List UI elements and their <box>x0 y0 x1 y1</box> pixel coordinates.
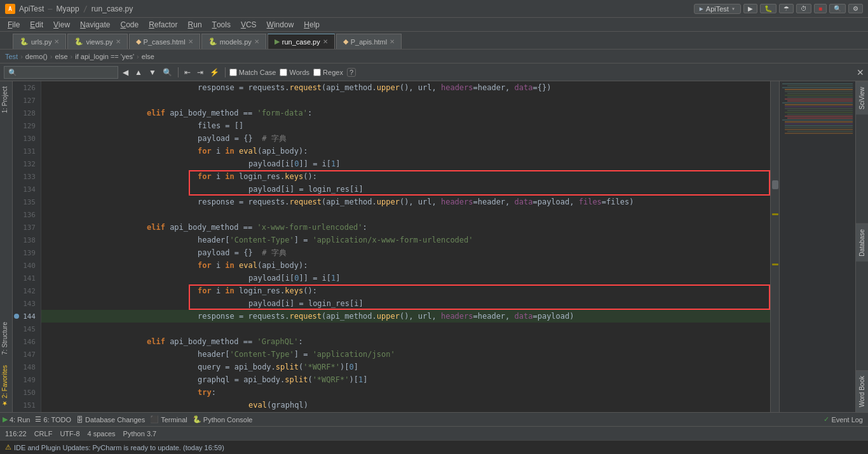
code-line-134[interactable]: payload[i] = login_res[i] <box>41 183 770 196</box>
search-everywhere-button[interactable]: 🔍 <box>829 4 846 13</box>
code-line-129[interactable]: files = [] <box>41 119 770 132</box>
search-input[interactable] <box>4 66 118 79</box>
code-line-152[interactable]: except: <box>41 411 770 412</box>
code-line-132[interactable]: payload[i[0]] = i[1] <box>41 157 770 170</box>
project-panel-button[interactable]: 1: Project <box>0 81 12 118</box>
regex-checkbox[interactable]: Regex <box>313 69 343 76</box>
code-line-148[interactable]: query = api_body.split('*WQRF*')[0] <box>41 361 770 373</box>
vertical-scrollbar[interactable] <box>770 81 779 412</box>
code-line-127[interactable] <box>41 94 770 107</box>
find-button[interactable]: 🔍 <box>161 68 174 77</box>
db-changes-button[interactable]: 🗄 Database Changes <box>76 416 145 424</box>
tab-p-apis-html[interactable]: ◆ P_apis.html ✕ <box>336 34 402 49</box>
favorites-panel-button[interactable]: ★ 2: Favorites <box>0 360 12 412</box>
tab-close-icon[interactable]: ✕ <box>116 38 121 45</box>
scroll-thumb[interactable] <box>772 180 778 189</box>
info-icon: ⚠ <box>5 443 11 451</box>
code-line-138[interactable]: header['Content-Type'] = 'application/x-… <box>41 234 770 246</box>
menu-vcs[interactable]: VCS <box>236 18 262 31</box>
tab-close-icon[interactable]: ✕ <box>54 38 59 45</box>
python-console-button[interactable]: 🐍 Python Console <box>193 415 253 424</box>
breadcrumb-item[interactable]: if api_login == 'yes' <box>75 53 134 60</box>
run-config-selector[interactable]: ▶ ApiTest ▾ <box>694 4 741 14</box>
event-log-button[interactable]: ✓ Event Log <box>824 415 863 424</box>
terminal-button[interactable]: ⬛ Terminal <box>150 415 187 424</box>
code-line-140[interactable]: for i in eval(api_body): <box>41 259 770 272</box>
menu-code[interactable]: Code <box>115 18 144 31</box>
tab-run-case-py[interactable]: ▶ run_case.py ✕ <box>268 34 335 49</box>
terminal-icon: ⬛ <box>150 415 159 424</box>
filter-button[interactable]: ⚡ <box>208 68 221 77</box>
status-python[interactable]: Python 3.7 <box>123 430 157 437</box>
menu-run[interactable]: Run <box>183 18 207 31</box>
code-line-136[interactable] <box>41 208 770 221</box>
run-tool-button[interactable]: ▶ 4: Run <box>3 415 30 424</box>
code-line-143[interactable]: payload[i] = login_res[i] <box>41 297 770 310</box>
breadcrumb-item[interactable]: demo() <box>25 53 48 60</box>
profile-button[interactable]: ⏱ <box>796 4 811 13</box>
search-close-button[interactable]: ✕ <box>857 67 864 77</box>
tab-close-icon[interactable]: ✕ <box>390 38 395 45</box>
menu-edit[interactable]: Edit <box>25 18 48 31</box>
code-line-141[interactable]: payload[i[0]] = i[1] <box>41 272 770 284</box>
line-num-145: 145 <box>13 323 41 335</box>
app-icon: A <box>5 4 15 14</box>
code-line-145[interactable] <box>41 323 770 335</box>
code-line-150[interactable]: try: <box>41 386 770 399</box>
code-line-130[interactable]: payload = {} # 字典 <box>41 132 770 145</box>
run-button[interactable]: ▶ <box>743 4 757 13</box>
status-encoding[interactable]: UTF-8 <box>60 430 79 437</box>
word-book-panel-button[interactable]: Word Book <box>856 370 868 412</box>
words-checkbox[interactable]: Words <box>280 69 309 76</box>
menu-navigate[interactable]: Navigate <box>75 18 115 31</box>
code-line-147[interactable]: header['Content-Type'] = 'application/js… <box>41 348 770 361</box>
tab-close-icon[interactable]: ✕ <box>188 38 193 45</box>
code-line-149[interactable]: graphql = api_body.split('*WQRF*')[1] <box>41 373 770 386</box>
menu-file[interactable]: File <box>3 18 25 31</box>
breadcrumb-item[interactable]: else <box>55 53 67 60</box>
status-line-sep[interactable]: CRLF <box>34 430 53 437</box>
code-line-135[interactable]: response = requests.request(api_method.u… <box>41 196 770 208</box>
sciview-panel-button[interactable]: SciView <box>856 81 868 114</box>
breadcrumb-item[interactable]: else <box>142 53 154 60</box>
tab-urls-py[interactable]: 🐍 urls.py ✕ <box>13 34 66 49</box>
menu-refactor[interactable]: Refactor <box>144 18 182 31</box>
scroll-marker-yellow-1 <box>772 213 778 215</box>
code-line-126[interactable]: response = requests.request(api_method.u… <box>41 81 770 94</box>
todo-tool-button[interactable]: ☰ 6: TODO <box>35 415 71 424</box>
code-line-142[interactable]: for i in login_res.keys(): <box>41 284 770 297</box>
tab-close-icon[interactable]: ✕ <box>254 38 259 45</box>
debug-button[interactable]: 🐛 <box>760 4 776 13</box>
status-indent[interactable]: 4 spaces <box>88 430 116 437</box>
code-line-146[interactable]: elif api_body_method == 'GraphQL': <box>41 335 770 348</box>
database-panel-button[interactable]: Database <box>856 224 868 262</box>
settings-button[interactable]: ⚙ <box>848 4 863 13</box>
down-match-button[interactable]: ▼ <box>147 68 158 77</box>
breadcrumb-item[interactable]: Test <box>5 53 18 60</box>
move-right-button[interactable]: ⇥ <box>195 68 205 77</box>
tab-p-cases-html[interactable]: ◆ P_cases.html ✕ <box>129 34 200 49</box>
tab-close-icon[interactable]: ✕ <box>323 38 328 45</box>
tab-views-py[interactable]: 🐍 views.py ✕ <box>67 34 127 49</box>
code-line-137[interactable]: elif api_body_method == 'x-www-form-urle… <box>41 221 770 234</box>
menu-view[interactable]: View <box>48 18 75 31</box>
code-line-151[interactable]: eval(graphql) <box>41 399 770 411</box>
next-match-button[interactable]: ▲ <box>133 68 144 77</box>
match-case-checkbox[interactable]: Match Case <box>229 69 276 76</box>
code-line-128[interactable]: elif api_body_method == 'form-data': <box>41 107 770 119</box>
help-icon[interactable]: ? <box>347 68 356 77</box>
coverage-button[interactable]: ☂ <box>779 4 794 13</box>
code-line-144[interactable]: response = requests.request(api_method.u… <box>41 310 770 323</box>
menu-window[interactable]: Window <box>262 18 299 31</box>
move-left-button[interactable]: ⇤ <box>182 68 193 77</box>
code-area[interactable]: response = requests.request(api_method.u… <box>41 81 770 412</box>
menu-tools[interactable]: Tools <box>207 18 236 31</box>
code-line-139[interactable]: payload = {} # 字典 <box>41 246 770 259</box>
structure-panel-button[interactable]: 7: Structure <box>0 317 12 360</box>
menu-help[interactable]: Help <box>299 18 325 31</box>
code-line-133[interactable]: for i in login_res.keys(): <box>41 170 770 183</box>
code-line-131[interactable]: for i in eval(api_body): <box>41 145 770 157</box>
prev-match-button[interactable]: ◀ <box>121 68 130 77</box>
tab-models-py[interactable]: 🐍 models.py ✕ <box>201 34 266 49</box>
stop-button[interactable]: ■ <box>814 4 827 13</box>
